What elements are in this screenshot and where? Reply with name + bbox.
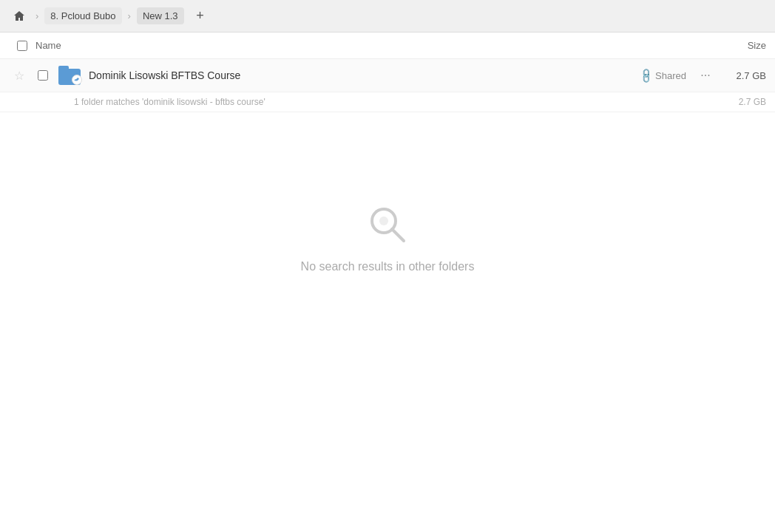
link-small-icon bbox=[74, 77, 80, 83]
size-column-header: Size bbox=[707, 40, 766, 51]
file-name: Dominik Lisowski BFTBS Course bbox=[83, 69, 640, 81]
match-info-row: 1 folder matches 'dominik lisowski - bft… bbox=[0, 92, 775, 112]
svg-line-1 bbox=[392, 229, 404, 241]
more-options-button[interactable]: ··· bbox=[695, 65, 716, 86]
top-bar: › 8. Pcloud Bubo › New 1.3 + bbox=[0, 0, 775, 33]
folder-icon bbox=[58, 66, 81, 85]
search-empty-icon bbox=[364, 201, 411, 248]
breadcrumb-sep-1: › bbox=[35, 10, 38, 21]
select-all-col bbox=[9, 41, 35, 51]
add-button[interactable]: + bbox=[190, 6, 211, 27]
home-button[interactable] bbox=[9, 6, 30, 27]
table-row[interactable]: ☆ Dominik Lisowski BFTBS Course 🔗 Shared bbox=[0, 59, 775, 92]
breadcrumb-item-1[interactable]: 8. Pcloud Bubo bbox=[44, 7, 121, 24]
empty-state-text: No search results in other folders bbox=[301, 260, 475, 273]
table-header: Name Size bbox=[0, 33, 775, 59]
file-browser-content: Name Size ☆ Dominik Lisowski BFTBS Cou bbox=[0, 33, 775, 532]
star-col: ☆ bbox=[9, 69, 30, 83]
name-column-header: Name bbox=[35, 40, 707, 51]
link-icon: 🔗 bbox=[637, 66, 654, 83]
link-badge bbox=[72, 75, 82, 85]
shared-label: Shared bbox=[655, 70, 686, 81]
breadcrumb-item-2[interactable]: New 1.3 bbox=[137, 7, 184, 24]
folder-body bbox=[58, 69, 81, 85]
more-icon: ··· bbox=[700, 69, 710, 82]
file-icon-col bbox=[56, 66, 83, 85]
match-size: 2.7 GB bbox=[722, 97, 766, 107]
select-all-checkbox[interactable] bbox=[17, 41, 27, 51]
match-text: 1 folder matches 'dominik lisowski - bft… bbox=[74, 97, 722, 107]
shared-badge: 🔗 Shared bbox=[640, 69, 686, 81]
file-size: 2.7 GB bbox=[722, 70, 766, 81]
star-icon[interactable]: ☆ bbox=[14, 69, 24, 83]
row-checkbox-col bbox=[30, 70, 56, 81]
home-icon bbox=[13, 10, 25, 22]
empty-state: No search results in other folders bbox=[0, 201, 775, 273]
row-checkbox[interactable] bbox=[38, 70, 48, 81]
svg-point-2 bbox=[379, 216, 388, 225]
breadcrumb-sep-2: › bbox=[128, 10, 131, 21]
